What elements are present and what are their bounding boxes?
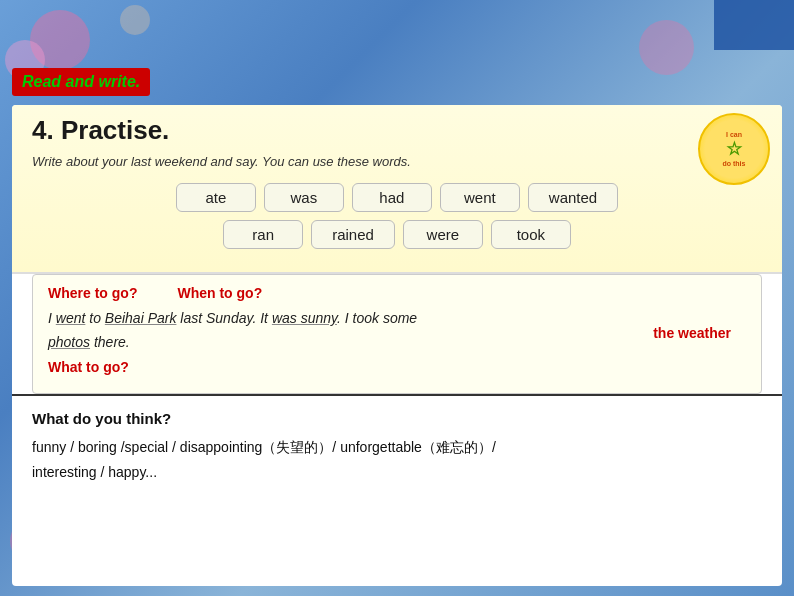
- word-wanted[interactable]: wanted: [528, 183, 618, 212]
- word-ran[interactable]: ran: [223, 220, 303, 249]
- badge-star: ☆: [726, 138, 742, 160]
- word-was[interactable]: was: [264, 183, 344, 212]
- where-prompt: Where to go?: [48, 285, 137, 301]
- word-went[interactable]: went: [440, 183, 520, 212]
- header-bar: Read and write.: [12, 68, 150, 96]
- main-card: 4. Practise. Write about your last weeke…: [12, 105, 782, 586]
- section-number: 4.: [32, 115, 54, 145]
- words-row-2: ran rained were took: [32, 220, 762, 249]
- word-ate[interactable]: ate: [176, 183, 256, 212]
- bottom-section: What do you think? funny / boring /speci…: [12, 394, 782, 497]
- writing-area: Where to go? When to go? I went to Beiha…: [32, 274, 762, 394]
- section-title-text: Practise.: [61, 115, 169, 145]
- badge-bottom: do this: [723, 160, 746, 167]
- word-had[interactable]: had: [352, 183, 432, 212]
- vocab-line-2: interesting / happy...: [32, 460, 762, 485]
- card-top: 4. Practise. Write about your last weeke…: [12, 105, 782, 274]
- bokeh-circle: [639, 20, 694, 75]
- can-do-badge: I can ☆ do this: [698, 113, 770, 185]
- weather-label: the weather: [653, 325, 731, 341]
- what-prompt: What to go?: [48, 359, 746, 375]
- sample-text: I went to Beihai Park last Sunday. It wa…: [48, 307, 746, 355]
- badge-top: I can: [726, 131, 742, 138]
- vocab-line-1: funny / boring /special / disappointing（…: [32, 435, 762, 460]
- section-title: 4. Practise.: [32, 115, 762, 146]
- when-prompt: When to go?: [177, 285, 262, 301]
- word-took[interactable]: took: [491, 220, 571, 249]
- section-subtitle: Write about your last weekend and say. Y…: [32, 154, 762, 169]
- word-were[interactable]: were: [403, 220, 483, 249]
- writing-prompts: Where to go? When to go?: [48, 285, 746, 301]
- header-label: Read and write.: [22, 73, 140, 90]
- words-row-1: ate was had went wanted: [32, 183, 762, 212]
- top-right-decoration: [714, 0, 794, 50]
- bokeh-circle: [120, 5, 150, 35]
- think-question: What do you think?: [32, 410, 762, 427]
- word-rained[interactable]: rained: [311, 220, 395, 249]
